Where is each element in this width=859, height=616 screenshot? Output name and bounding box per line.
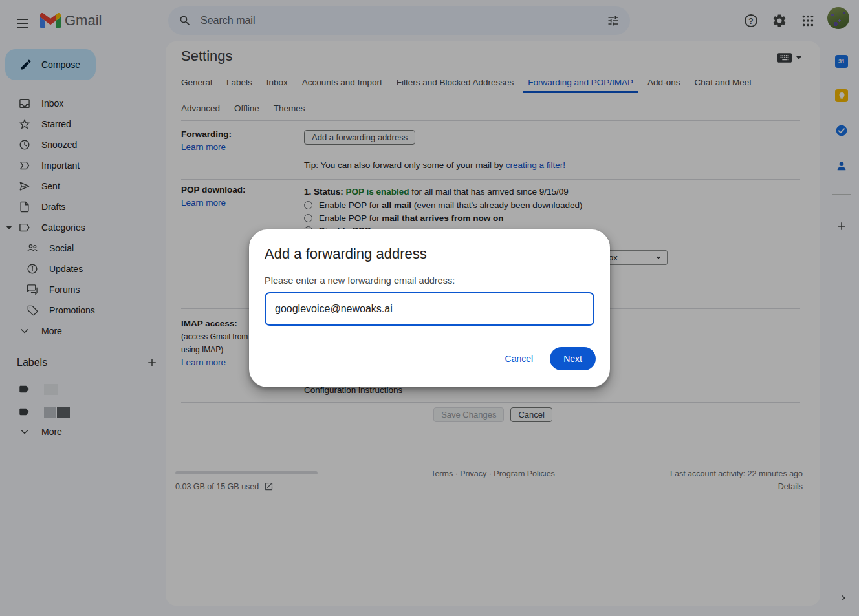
dialog-instruction: Please enter a new forwarding email addr…: [265, 275, 455, 286]
forwarding-email-input[interactable]: [265, 292, 594, 326]
add-forwarding-address-dialog: Add a forwarding address Please enter a …: [249, 229, 610, 387]
dialog-title: Add a forwarding address: [265, 246, 427, 262]
dialog-actions: Cancel Next: [505, 347, 596, 370]
dialog-cancel-button[interactable]: Cancel: [505, 354, 534, 364]
dialog-next-button[interactable]: Next: [550, 347, 596, 370]
gmail-app: Gmail ? Compose Inbox Starred: [0, 0, 859, 616]
